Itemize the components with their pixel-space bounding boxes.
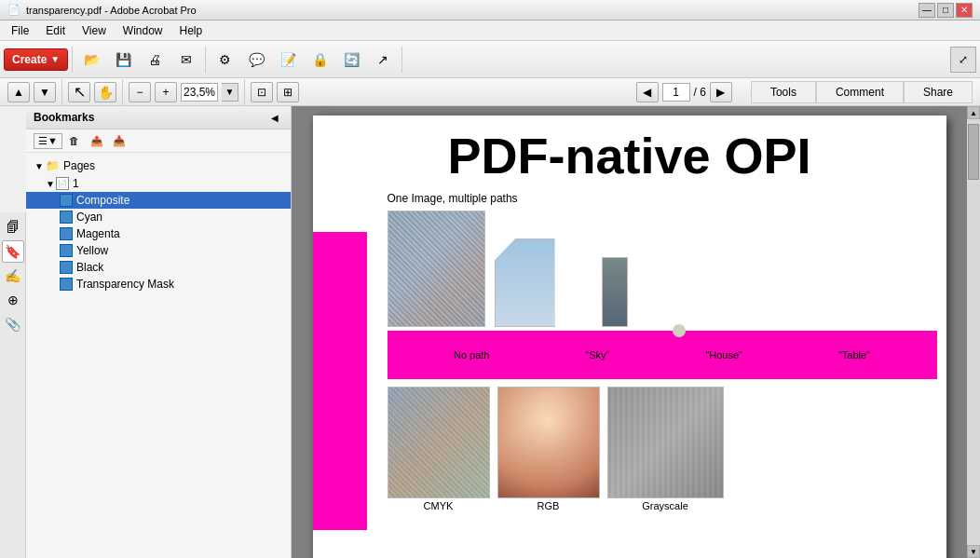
layer-icon-cyan bbox=[60, 211, 73, 224]
fit-width-button[interactable]: ⊞ bbox=[277, 82, 299, 102]
nav-separator-2 bbox=[122, 79, 123, 105]
tab-share[interactable]: Share bbox=[904, 81, 973, 103]
titlebar-controls: — □ ✕ bbox=[919, 3, 973, 18]
tree-item-composite[interactable]: Composite bbox=[26, 192, 291, 209]
nav-up-button[interactable]: ▲ bbox=[7, 82, 30, 102]
pdf-scrollbar[interactable]: ▲ ▼ bbox=[967, 106, 980, 558]
nav-separator-3 bbox=[244, 79, 245, 105]
hand-tool-button[interactable]: ✋ bbox=[94, 82, 116, 102]
menu-edit[interactable]: Edit bbox=[38, 22, 73, 39]
sidebar-delete-button[interactable]: 🗑 bbox=[64, 131, 85, 150]
tab-tools[interactable]: Tools bbox=[751, 81, 816, 103]
tree-item-page1[interactable]: ▼ 📄 1 bbox=[26, 175, 291, 192]
sidebar-menu-button[interactable]: ☰▼ bbox=[34, 133, 62, 149]
sidebar-expand-button[interactable]: 📤 bbox=[87, 131, 107, 150]
sidebar-collapse-button[interactable]: 📥 bbox=[109, 131, 129, 150]
page-input[interactable]: 1 bbox=[662, 83, 690, 102]
panel-page-thumbnails[interactable]: 🗐 bbox=[2, 216, 24, 238]
caption-rgb: RGB bbox=[538, 500, 560, 511]
save-button[interactable]: 💾 bbox=[108, 45, 138, 75]
img-city-full bbox=[388, 211, 485, 327]
titlebar-left: 📄 transparency.pdf - Adobe Acrobat Pro bbox=[7, 4, 197, 16]
yellow-label: Yellow bbox=[76, 244, 108, 257]
zoom-in-button[interactable]: + bbox=[155, 82, 177, 102]
menu-view[interactable]: View bbox=[75, 22, 114, 39]
tree-item-black[interactable]: Black bbox=[26, 259, 291, 276]
open-button[interactable]: 📂 bbox=[76, 45, 106, 75]
nav-down-button[interactable]: ▼ bbox=[34, 82, 56, 102]
pdf-scroll-area: PDF-native OPI One Image, multiple paths bbox=[292, 106, 967, 558]
menu-file[interactable]: File bbox=[4, 22, 36, 39]
zoom-out-button[interactable]: − bbox=[129, 82, 151, 102]
caption-grayscale: Grayscale bbox=[642, 500, 688, 511]
tree-item-yellow[interactable]: Yellow bbox=[26, 242, 291, 259]
tree-item-magenta[interactable]: Magenta bbox=[26, 225, 291, 242]
menu-window[interactable]: Window bbox=[116, 22, 170, 39]
cmyk-col: CMYK bbox=[388, 387, 490, 511]
settings-button[interactable]: ⚙ bbox=[210, 45, 239, 75]
panel-bookmarks[interactable]: 🔖 bbox=[2, 240, 24, 263]
scroll-thumb[interactable] bbox=[968, 124, 979, 180]
minimize-button[interactable]: — bbox=[919, 3, 935, 18]
sidebar-header: Bookmarks ◀ bbox=[26, 106, 291, 129]
images-row-1 bbox=[388, 211, 937, 327]
sidebar-title: Bookmarks bbox=[34, 111, 94, 124]
select-tool-button[interactable]: ↖ bbox=[68, 82, 90, 102]
menu-help[interactable]: Help bbox=[172, 22, 211, 39]
pages-toggle[interactable]: ▼ bbox=[34, 161, 45, 171]
page-total: / 6 bbox=[694, 86, 706, 99]
dot-indicator bbox=[673, 324, 686, 337]
titlebar: 📄 transparency.pdf - Adobe Acrobat Pro —… bbox=[0, 0, 980, 20]
sidebar-toolbar: ☰▼ 🗑 📤 📥 bbox=[26, 129, 291, 153]
print-button[interactable]: 🖨 bbox=[140, 45, 170, 75]
email-button[interactable]: ✉ bbox=[171, 45, 201, 75]
tab-comment[interactable]: Comment bbox=[816, 81, 904, 103]
page1-toggle[interactable]: ▼ bbox=[45, 179, 56, 189]
pdf-viewer[interactable]: PDF-native OPI One Image, multiple paths bbox=[292, 106, 980, 558]
expand-button[interactable]: ⤢ bbox=[950, 47, 976, 73]
panel-layers[interactable]: ⊕ bbox=[2, 289, 24, 311]
maximize-button[interactable]: □ bbox=[937, 3, 954, 18]
form-button[interactable]: 📝 bbox=[273, 45, 303, 75]
app-icon: 📄 bbox=[7, 4, 20, 16]
zoom-dropdown[interactable]: ▼ bbox=[222, 83, 238, 102]
page-forward-button[interactable]: ▶ bbox=[710, 82, 732, 102]
page-back-button[interactable]: ◀ bbox=[636, 82, 659, 102]
composite-label: Composite bbox=[76, 194, 129, 207]
nav-tabs: Tools Comment Share bbox=[751, 81, 973, 103]
pdf-page: PDF-native OPI One Image, multiple paths bbox=[313, 116, 946, 558]
toolbar-separator-3 bbox=[402, 47, 402, 73]
tree-item-cyan[interactable]: Cyan bbox=[26, 209, 291, 225]
create-label: Create bbox=[12, 53, 47, 66]
panel-signatures[interactable]: ✍ bbox=[2, 265, 24, 287]
comment-button[interactable]: 💬 bbox=[241, 45, 271, 75]
page1-label: 1 bbox=[73, 177, 79, 190]
page-icon: 📄 bbox=[56, 177, 69, 190]
images-row-2: CMYK RGB bbox=[388, 387, 937, 511]
layer-icon-black bbox=[60, 261, 73, 274]
window-title: transparency.pdf - Adobe Acrobat Pro bbox=[26, 5, 197, 16]
nav-right: ◀ 1 / 6 ▶ bbox=[636, 82, 732, 102]
pink-bar-left bbox=[313, 232, 367, 530]
img-rgb bbox=[497, 387, 600, 498]
review-button[interactable]: 🔄 bbox=[336, 45, 366, 75]
panel-attachments[interactable]: 📎 bbox=[2, 313, 24, 335]
img-sky bbox=[495, 238, 555, 327]
tree-item-pages[interactable]: ▼ 📁 Pages bbox=[26, 157, 291, 175]
tree-item-transparency-mask[interactable]: Transparency Mask bbox=[26, 276, 291, 293]
sidebar: Bookmarks ◀ ☰▼ 🗑 📤 📥 ▼ 📁 Pages ▼ 📄 1 bbox=[26, 106, 292, 558]
security-button[interactable]: 🔒 bbox=[305, 45, 334, 75]
label-no-path: No path bbox=[454, 349, 490, 361]
fit-page-button[interactable]: ⊡ bbox=[251, 82, 273, 102]
scroll-track[interactable] bbox=[967, 119, 980, 545]
close-button[interactable]: ✕ bbox=[956, 3, 973, 18]
magenta-label: Magenta bbox=[76, 227, 120, 240]
menubar: File Edit View Window Help bbox=[0, 20, 980, 41]
zoom-input[interactable]: 23,5% bbox=[181, 83, 218, 102]
scroll-up-button[interactable]: ▲ bbox=[967, 106, 980, 119]
scroll-down-button[interactable]: ▼ bbox=[967, 545, 980, 558]
img-grayscale bbox=[607, 387, 724, 498]
sidebar-close-button[interactable]: ◀ bbox=[266, 110, 283, 125]
share-button[interactable]: ↗ bbox=[368, 45, 398, 75]
create-button[interactable]: Create ▼ bbox=[4, 48, 68, 71]
